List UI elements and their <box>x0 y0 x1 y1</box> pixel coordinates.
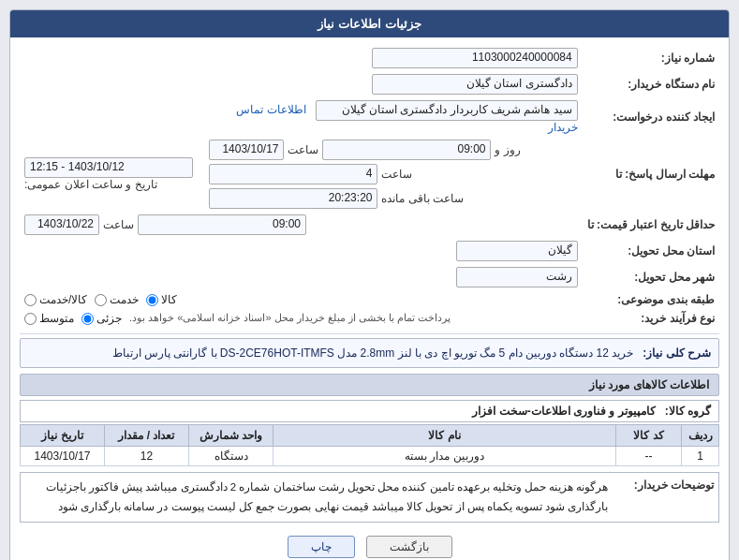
purchase-option-partial[interactable]: جزئی <box>81 312 122 325</box>
back-button[interactable]: بازگشت <box>366 536 452 558</box>
days-value: 4 <box>209 164 377 184</box>
page-title: جزئیات اطلاعات نیاز <box>10 10 729 37</box>
need-number-label: شماره نیاز: <box>583 45 719 71</box>
announcement-date-label: تاریخ و ساعت اعلان عمومی: <box>24 178 157 191</box>
print-button[interactable]: چاپ <box>288 536 355 558</box>
requester-value: سید هاشم شریف کاربردار دادگستری استان گی… <box>316 100 578 121</box>
category-option-service[interactable]: خدمت <box>95 293 139 306</box>
category-radio-goods[interactable] <box>146 294 158 306</box>
time-remaining-label: ساعت <box>381 168 412 181</box>
purchase-radio-medium[interactable] <box>24 313 37 325</box>
col-code: کد کالا <box>616 425 682 447</box>
price-deadline-label: حداقل تاریخ اعتبار قیمت: تا <box>583 212 719 238</box>
purchase-radio-partial[interactable] <box>81 313 94 325</box>
purchase-option-medium-label: متوسط <box>39 312 74 325</box>
col-name: نام کالا <box>273 425 616 447</box>
table-row: 1--دوربین مدار بستهدستگاه121403/10/17 <box>21 447 719 466</box>
category-radio-goods-services[interactable] <box>24 294 37 306</box>
category-radio-service[interactable] <box>95 294 107 306</box>
col-index: ردیف <box>682 425 719 447</box>
time-label: ساعت <box>288 143 318 156</box>
price-time-label: ساعت <box>103 218 134 231</box>
answer-date-value: 1403/10/17 <box>209 140 284 160</box>
price-date-value: 1403/10/22 <box>24 214 99 235</box>
cell-name: دوربین مدار بسته <box>273 447 616 466</box>
buyer-org-label: نام دستگاه خریدار: <box>583 71 719 97</box>
buttons-row: بازگشت چاپ <box>20 528 719 560</box>
need-description-box: شرح کلی نیاز: خرید 12 دستگاه دوربین دام … <box>20 338 719 368</box>
answer-time-value: 09:00 <box>322 140 491 160</box>
category-option-goods-services[interactable]: کالا/خدمت <box>24 293 87 306</box>
requester-label: ایجاد کننده درخواست: <box>583 97 719 137</box>
days-label: روز و <box>495 143 520 156</box>
purchase-type-label: نوع فرآیند خرید: <box>583 309 719 328</box>
cell-date: 1403/10/17 <box>21 447 105 466</box>
cell-code: -- <box>616 447 682 466</box>
answer-deadline-label: مهلت ارسال پاسخ: تا <box>583 137 719 212</box>
cell-unit: دستگاه <box>189 447 273 466</box>
price-time-value: 09:00 <box>138 214 306 235</box>
delivery-province-value: گیلان <box>456 241 578 261</box>
category-option-goods[interactable]: کالا <box>146 293 177 306</box>
delivery-province-label: استان محل تحویل: <box>583 238 719 264</box>
purchase-note: پرداخت تمام با بخشی از مبلغ خریدار محل «… <box>129 312 451 324</box>
announcement-date-value: 1403/10/12 - 12:15 <box>24 157 193 178</box>
category-option-goods-services-label: کالا/خدمت <box>39 293 87 306</box>
purchase-option-medium[interactable]: متوسط <box>24 312 74 325</box>
delivery-city-label: شهر محل تحویل: <box>583 264 719 290</box>
items-section-header: اطلاعات کالاهای مورد نیاز <box>20 374 719 396</box>
group-value: کامپیوتر و فناوری اطلاعات-سخت افزار <box>472 405 655 418</box>
col-quantity: تعداد / مقدار <box>105 425 189 447</box>
need-number-value: 1103000240000084 <box>372 48 578 68</box>
group-label: گروه کالا: <box>665 405 711 418</box>
need-description-value: خرید 12 دستگاه دوربین دام 5 مگ توریو اچ … <box>112 346 634 360</box>
need-description-label: شرح کلی نیاز: <box>643 346 711 360</box>
col-date: تاریخ نیاز <box>21 425 105 447</box>
delivery-city-value: رشت <box>456 267 578 287</box>
time-remaining-value: 20:23:20 <box>209 188 377 209</box>
cell-index: 1 <box>682 447 719 466</box>
buyer-org-value: دادگستری استان گیلان <box>372 74 578 95</box>
col-unit: واحد شمارش <box>189 425 273 447</box>
category-label: طبقه بندی موضوعی: <box>583 290 719 309</box>
cell-quantity: 12 <box>105 447 189 466</box>
buyer-notes-label: توضیحات خریدار: <box>616 473 719 522</box>
purchase-option-partial-label: جزئی <box>96 312 122 325</box>
category-option-service-label: خدمت <box>110 293 139 306</box>
buyer-notes-value: هرگونه هزینه حمل وتخلیه برعهده تامین کنن… <box>21 473 616 522</box>
remaining-label: ساعت باقی مانده <box>381 192 464 205</box>
category-option-goods-label: کالا <box>161 293 177 306</box>
